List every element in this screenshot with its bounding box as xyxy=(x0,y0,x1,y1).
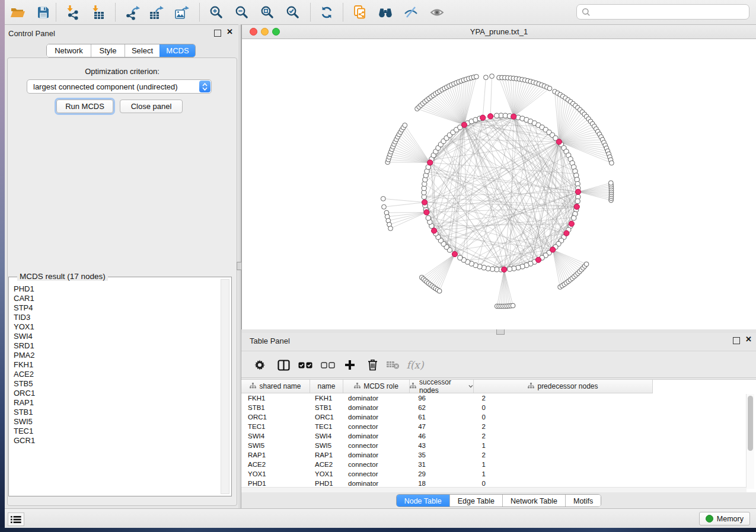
add-column-button[interactable] xyxy=(340,355,360,375)
toggle-column-panel-button[interactable] xyxy=(273,355,294,375)
tab-node-table[interactable]: Node Table xyxy=(397,495,449,507)
column-header-MCDS-role[interactable]: MCDS role xyxy=(343,380,410,393)
export-table-icon xyxy=(148,5,164,20)
zoom-out-button[interactable] xyxy=(231,2,253,23)
zoom-in-button[interactable] xyxy=(205,2,228,23)
cell: 0 xyxy=(474,414,653,421)
column-label: predecessor nodes xyxy=(537,382,598,390)
zoom-fit-button[interactable] xyxy=(256,2,279,23)
network-graph xyxy=(242,39,756,329)
apply-layout-button[interactable] xyxy=(315,2,338,23)
list-icon xyxy=(11,515,21,524)
table-row[interactable]: RAP1RAP1dominator352 xyxy=(241,450,747,460)
show-all-button[interactable] xyxy=(426,2,448,23)
refresh-icon xyxy=(320,5,334,20)
table-settings-button[interactable] xyxy=(250,355,270,375)
tab-style[interactable]: Style xyxy=(91,44,125,57)
mcds-result-list[interactable]: PHD1CAR1STP4TID3YOX1SWI4SRD1PMA2FKH1ACE2… xyxy=(14,284,219,493)
mcds-result-item[interactable]: STP4 xyxy=(14,303,219,313)
column-header-predecessor-nodes[interactable]: predecessor nodes xyxy=(474,380,653,393)
mcds-result-item[interactable]: SRD1 xyxy=(14,341,219,351)
table-row[interactable]: YOX1YOX1connector291 xyxy=(241,469,747,479)
save-session-button[interactable] xyxy=(32,2,55,23)
criterion-select[interactable]: largest connected component (undirected) xyxy=(27,79,212,94)
mcds-result-item[interactable]: SWI4 xyxy=(14,332,219,341)
delete-selected-button[interactable] xyxy=(362,355,382,375)
mcds-result-item[interactable]: TEC1 xyxy=(14,427,219,436)
tab-motifs[interactable]: Motifs xyxy=(565,495,601,507)
network-window-titlebar[interactable]: YPA_prune.txt_1 xyxy=(241,25,756,39)
table-row[interactable]: TEC1TEC1connector472 xyxy=(241,422,747,431)
table-panel-close-button[interactable]: ✕ xyxy=(745,336,752,342)
mcds-result-item[interactable]: ACE2 xyxy=(14,370,219,379)
memory-button[interactable]: Memory xyxy=(699,512,750,525)
table-row[interactable]: SWI5SWI5connector431 xyxy=(241,441,747,450)
tab-mcds[interactable]: MCDS xyxy=(160,44,195,57)
table-row[interactable]: STB1STB1dominator620 xyxy=(241,403,747,412)
tab-network[interactable]: Network xyxy=(47,44,91,57)
mcds-result-item[interactable]: FKH1 xyxy=(14,360,219,370)
mcds-result-item[interactable]: RAP1 xyxy=(14,398,219,408)
find-button[interactable] xyxy=(374,2,397,23)
network-from-selection-button[interactable] xyxy=(349,2,371,23)
toolbar-separator xyxy=(310,3,311,21)
tab-network-table[interactable]: Network Table xyxy=(502,495,565,507)
cell: dominator xyxy=(343,451,410,459)
mcds-result-item[interactable]: YOX1 xyxy=(14,322,219,332)
mcds-result-item[interactable]: ORC1 xyxy=(14,389,219,398)
table-panel-float-button[interactable] xyxy=(733,337,740,344)
export-network-button[interactable] xyxy=(121,2,143,23)
run-mcds-button[interactable]: Run MCDS xyxy=(56,100,113,113)
horizontal-split-divider[interactable] xyxy=(241,329,756,333)
memory-label: Memory xyxy=(717,515,744,523)
export-image-button[interactable] xyxy=(170,2,193,23)
cell: FKH1 xyxy=(310,395,343,402)
mcds-result-item[interactable]: CAR1 xyxy=(14,294,219,303)
mcds-result-item[interactable]: SWI5 xyxy=(14,417,219,427)
zoom-selected-button[interactable] xyxy=(282,2,304,23)
table-vertical-scrollbar[interactable] xyxy=(746,394,754,489)
control-panel-close-button[interactable]: ✕ xyxy=(227,29,233,35)
import-table-button[interactable] xyxy=(87,2,110,23)
tab-select[interactable]: Select xyxy=(125,44,160,57)
network-canvas[interactable] xyxy=(241,39,756,329)
toolbar-separator xyxy=(343,3,343,21)
table-row[interactable]: ORC1ORC1dominator610 xyxy=(241,412,747,422)
search-input[interactable] xyxy=(594,7,744,17)
search-field[interactable] xyxy=(576,4,749,20)
task-history-button[interactable] xyxy=(8,512,24,526)
close-mcds-panel-button[interactable]: Close panel xyxy=(120,100,183,113)
table-row[interactable]: FKH1FKH1dominator962 xyxy=(241,393,747,403)
table-row[interactable]: SWI4SWI4dominator462 xyxy=(241,431,747,441)
table-panel-title: Table Panel xyxy=(250,336,290,345)
cell: 46 xyxy=(410,432,474,440)
import-network-icon xyxy=(66,5,80,20)
control-panel-float-button[interactable] xyxy=(214,30,221,37)
mcds-result-scrollbar[interactable] xyxy=(221,279,229,494)
table-row[interactable]: ACE2ACE2connector311 xyxy=(241,460,747,469)
mcds-result-item[interactable]: STB1 xyxy=(14,408,219,417)
export-table-button[interactable] xyxy=(145,2,167,23)
hide-selected-button[interactable] xyxy=(400,2,422,23)
mcds-result-item[interactable]: STB5 xyxy=(14,379,219,389)
column-header-successor-nodes[interactable]: successor nodes xyxy=(410,380,474,393)
function-builder-button[interactable]: f(x) xyxy=(405,355,425,375)
mcds-result-item[interactable]: PMA2 xyxy=(14,351,219,360)
mcds-result-item[interactable]: PHD1 xyxy=(14,284,219,294)
mcds-result-item[interactable]: GCR1 xyxy=(14,436,219,446)
select-all-button[interactable] xyxy=(295,355,315,375)
column-header-shared-name[interactable]: shared name xyxy=(241,380,310,393)
tab-edge-table[interactable]: Edge Table xyxy=(449,495,502,507)
deselect-all-button[interactable] xyxy=(318,355,338,375)
delete-table-button[interactable] xyxy=(382,355,403,375)
import-network-button[interactable] xyxy=(62,2,84,23)
mcds-result-item[interactable]: TID3 xyxy=(14,313,219,322)
cell: 2 xyxy=(474,451,653,459)
delete-table-icon xyxy=(386,360,400,370)
table-horizontal-scrollbar[interactable] xyxy=(241,487,747,492)
open-session-button[interactable] xyxy=(7,2,29,23)
scrollbar-thumb[interactable] xyxy=(748,396,753,451)
zoom-fit-icon xyxy=(260,5,275,20)
column-header-name[interactable]: name xyxy=(310,380,343,393)
cell: connector xyxy=(343,461,410,468)
